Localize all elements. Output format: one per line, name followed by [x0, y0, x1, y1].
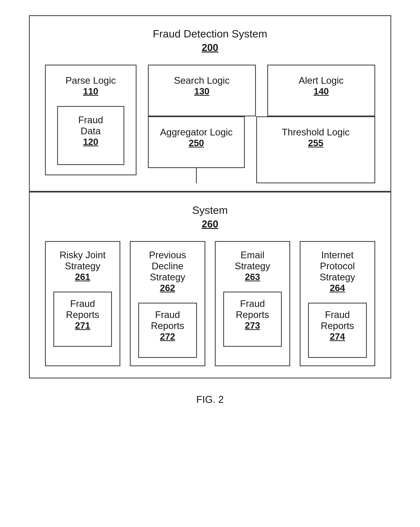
strategy-261-title: Risky Joint Strategy [53, 250, 112, 272]
fraud-reports-274-number: 274 [315, 331, 359, 342]
fraud-reports-272-box: Fraud Reports 272 [138, 303, 197, 358]
aggregator-connector-line [196, 168, 197, 183]
page-content: Fraud Detection System 200 Parse Logic 1… [29, 15, 391, 405]
strategy-box-261: Risky Joint Strategy 261 Fraud Reports 2… [45, 241, 120, 366]
fraud-detection-title: Fraud Detection System [45, 27, 375, 40]
aggregator-logic-box: Aggregator Logic 250 [148, 116, 245, 168]
right-components-grid: Search Logic 130 Alert Logic 140 Aggrega… [148, 65, 375, 183]
strategy-box-264: Internet Protocol Strategy 264 Fraud Rep… [300, 241, 375, 366]
strategies-grid: Risky Joint Strategy 261 Fraud Reports 2… [45, 241, 375, 366]
fraud-reports-272-title: Fraud Reports [146, 309, 190, 331]
threshold-logic-title: Threshold Logic [269, 127, 363, 138]
system-box: System 260 Risky Joint Strategy 261 Frau… [29, 192, 391, 378]
parse-logic-title: Parse Logic [57, 75, 124, 86]
system-title: System [45, 204, 375, 216]
fraud-data-title: Fraud Data [67, 114, 114, 137]
parse-logic-number: 110 [57, 86, 124, 97]
alert-logic-box: Alert Logic 140 [267, 65, 375, 116]
strategy-261-number: 261 [53, 272, 112, 282]
system-number: 260 [45, 218, 375, 230]
strategy-262-number: 262 [138, 283, 197, 293]
parse-logic-box: Parse Logic 110 Fraud Data 120 [45, 65, 137, 175]
fraud-detection-number: 200 [45, 42, 375, 53]
strategy-263-title: Email Strategy [223, 250, 282, 272]
threshold-logic-box: Threshold Logic 255 [256, 116, 375, 183]
threshold-logic-number: 255 [269, 138, 363, 148]
search-logic-box: Search Logic 130 [148, 65, 256, 116]
fraud-reports-272-number: 272 [146, 331, 190, 342]
alert-logic-number: 140 [280, 86, 363, 97]
fraud-reports-273-title: Fraud Reports [231, 298, 275, 320]
strategy-264-title: Internet Protocol Strategy [308, 250, 367, 283]
fraud-reports-271-title: Fraud Reports [61, 298, 105, 320]
fraud-reports-271-number: 271 [61, 320, 105, 331]
search-logic-number: 130 [160, 86, 244, 97]
aggregator-logic-title: Aggregator Logic [160, 127, 233, 138]
fraud-reports-274-title: Fraud Reports [315, 309, 359, 331]
aggregator-logic-number: 250 [160, 138, 233, 148]
fraud-data-box: Fraud Data 120 [57, 106, 124, 165]
aggregator-wrapper: Aggregator Logic 250 [148, 116, 245, 183]
figure-label: FIG. 2 [196, 394, 224, 405]
fraud-detection-system-box: Fraud Detection System 200 Parse Logic 1… [29, 15, 391, 192]
fraud-reports-273-number: 273 [231, 320, 275, 331]
alert-logic-title: Alert Logic [280, 75, 363, 86]
strategy-262-title: Previous Decline Strategy [138, 250, 197, 283]
strategy-box-262: Previous Decline Strategy 262 Fraud Repo… [130, 241, 205, 366]
right-grid-bottom-row: Aggregator Logic 250 Threshold Logic 255 [148, 116, 375, 183]
search-logic-title: Search Logic [160, 75, 244, 86]
strategy-263-number: 263 [223, 272, 282, 282]
fraud-reports-274-box: Fraud Reports 274 [308, 303, 367, 358]
fraud-reports-271-box: Fraud Reports 271 [53, 292, 112, 347]
strategy-264-number: 264 [308, 283, 367, 293]
strategy-box-263: Email Strategy 263 Fraud Reports 273 [215, 241, 290, 366]
fraud-reports-273-box: Fraud Reports 273 [223, 292, 282, 347]
right-grid-top-row: Search Logic 130 Alert Logic 140 [148, 65, 375, 116]
fraud-data-number: 120 [67, 137, 114, 147]
